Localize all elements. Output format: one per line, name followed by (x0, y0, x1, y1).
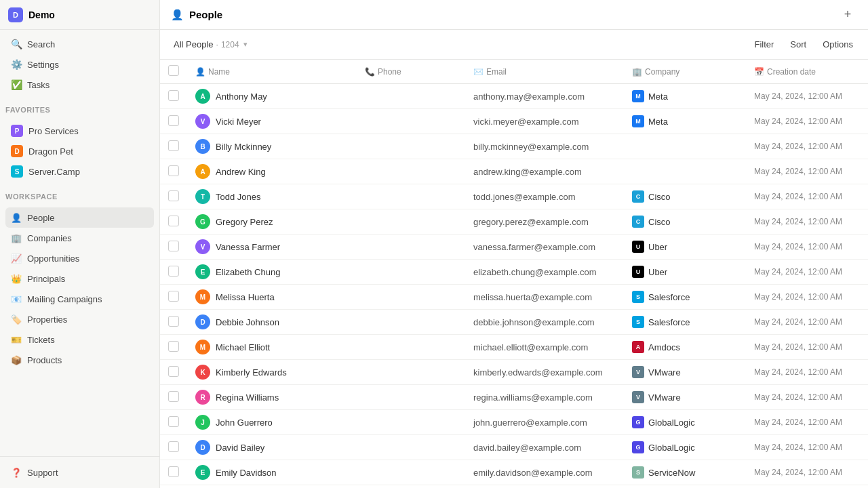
toolbar-actions: Filter Sort Options (747, 37, 860, 52)
company-name: VMware (648, 392, 681, 403)
company-cell: V VMware (624, 385, 746, 410)
avatar: G (195, 214, 210, 229)
workspace-tickets-label: Tickets (27, 335, 55, 345)
row-checkbox[interactable] (168, 115, 179, 126)
filter-button[interactable]: Filter (747, 37, 781, 52)
row-checkbox[interactable] (168, 190, 179, 201)
table-row[interactable]: M Michael Elliott michael.elliott@exampl… (160, 335, 868, 360)
row-checkbox[interactable] (168, 416, 179, 427)
sidebar-fav-server-camp[interactable]: S Server.Camp (5, 161, 154, 182)
row-checkbox[interactable] (168, 241, 179, 251)
row-checkbox[interactable] (168, 165, 179, 176)
table-row[interactable]: D Debbie Johnson debbie.johnson@example.… (160, 310, 868, 335)
company-name: GlobalLogic (648, 443, 695, 453)
person-name-cell: D Debbie Johnson (187, 310, 357, 335)
sidebar-item-opportunities[interactable]: 📈 Opportunities (5, 248, 154, 268)
table-row[interactable]: K Kimberly Edwards kimberly.edwards@exam… (160, 360, 868, 385)
workspace-companies-label: Companies (27, 233, 72, 243)
table-row[interactable]: T Todd Jones todd.jones@example.com C Ci… (160, 184, 868, 209)
row-checkbox[interactable] (168, 90, 179, 101)
company-cell-inner: V VMware (632, 391, 738, 403)
select-all-checkbox[interactable] (168, 65, 179, 76)
sidebar-item-search[interactable]: 🔍 Search (5, 34, 154, 54)
avatar: M (195, 340, 210, 354)
opportunities-icon: 📈 (11, 253, 22, 264)
table-row[interactable]: E Emily Davidson emily.davidson@example.… (160, 460, 868, 485)
phone-cell (357, 285, 465, 310)
sidebar-item-mailing-campaigns[interactable]: 📧 Mailing Campaigns (5, 289, 154, 309)
row-checkbox[interactable] (168, 216, 179, 226)
phone-cell (357, 184, 465, 209)
sidebar-item-support[interactable]: ❓ Support (5, 462, 154, 483)
row-checkbox[interactable] (168, 266, 179, 277)
table-row[interactable]: V Vicki Meyer vicki.meyer@example.com M … (160, 109, 868, 134)
sidebar-item-people[interactable]: 👤 People (5, 207, 154, 228)
company-cell-inner: S Salesforce (632, 291, 738, 303)
row-checkbox[interactable] (168, 316, 179, 327)
sidebar-item-tickets[interactable]: 🎫 Tickets (5, 329, 154, 350)
sidebar-item-settings[interactable]: ⚙️ Settings (5, 54, 154, 75)
all-people-filter[interactable]: All People · 1204 ▾ (168, 37, 253, 52)
company-logo: S (632, 291, 644, 303)
table-row[interactable]: A Andrew King andrew.king@example.comMay… (160, 159, 868, 184)
table-row[interactable]: E Elizabeth Chung elizabeth.chung@exampl… (160, 260, 868, 285)
workspace-principals-label: Principals (27, 274, 65, 284)
add-person-button[interactable]: + (838, 5, 857, 24)
phone-col-icon: 📞 (365, 67, 375, 77)
person-name: Michael Elliott (216, 342, 270, 352)
table-row[interactable]: J John Guerrero john.guerrero@example.co… (160, 410, 868, 435)
workspace-mailing-campaigns-label: Mailing Campaigns (27, 294, 102, 304)
sidebar-item-products[interactable]: 📦 Products (5, 350, 154, 370)
company-name: Meta (648, 117, 668, 127)
table-row[interactable]: B Billy Mckinney billy.mckinney@example.… (160, 134, 868, 159)
row-checkbox[interactable] (168, 341, 179, 352)
name-cell: A Andrew King (195, 164, 349, 179)
table-row[interactable]: R Regina Williams regina.williams@exampl… (160, 385, 868, 410)
app-name: Demo (28, 9, 55, 20)
sidebar-nav: 🔍 Search ⚙️ Settings ✅ Tasks (0, 30, 159, 99)
table-row[interactable]: V Vanessa Farmer vanessa.farmer@example.… (160, 235, 868, 260)
table-row[interactable]: M Michelle Jackson michelle.jackson@exam… (160, 485, 868, 489)
phone-cell (357, 209, 465, 235)
sidebar-fav-dragon-pet[interactable]: D Dragon Pet (5, 141, 154, 161)
row-checkbox[interactable] (168, 466, 179, 477)
sidebar-fav-pro-services[interactable]: P Pro Services (5, 121, 154, 141)
company-name: ServiceNow (648, 468, 695, 478)
person-name-cell: E Emily Davidson (187, 460, 357, 485)
row-checkbox[interactable] (168, 366, 179, 377)
sidebar-item-companies[interactable]: 🏢 Companies (5, 228, 154, 248)
sidebar-item-tasks[interactable]: ✅ Tasks (5, 75, 154, 95)
row-checkbox[interactable] (168, 291, 179, 302)
person-name: Andrew King (216, 167, 266, 177)
table-row[interactable]: A Anthony May anthony.may@example.com M … (160, 84, 868, 109)
options-button[interactable]: Options (816, 37, 860, 52)
creation-date-cell: May 24, 2024, 12:00 AM (746, 235, 868, 260)
table-row[interactable]: M Melissa Huerta melissa.huerta@example.… (160, 285, 868, 310)
table-row[interactable]: D David Bailey david.bailey@example.com … (160, 435, 868, 460)
principals-icon: 👑 (11, 274, 22, 284)
row-checkbox[interactable] (168, 391, 179, 402)
sort-button[interactable]: Sort (783, 37, 813, 52)
company-logo: C (632, 190, 644, 203)
select-all-header[interactable] (160, 60, 187, 84)
person-name: Gregory Perez (216, 217, 273, 227)
sidebar-item-properties[interactable]: 🏷️ Properties (5, 309, 154, 329)
email-cell: elizabeth.chung@example.com (465, 260, 624, 285)
company-logo: V (632, 391, 644, 403)
sidebar-item-principals[interactable]: 👑 Principals (5, 268, 154, 289)
person-name: Regina Williams (216, 392, 279, 403)
phone-cell (357, 134, 465, 159)
creation-date-cell: May 24, 2024, 12:00 AM (746, 134, 868, 159)
row-checkbox[interactable] (168, 140, 179, 151)
avatar: D (195, 314, 210, 329)
creation-date-cell: May 24, 2024, 12:00 AM (746, 260, 868, 285)
date-column-header: 📅Creation date (746, 60, 868, 84)
email-col-icon: ✉️ (473, 67, 484, 77)
row-checkbox-cell (160, 184, 187, 209)
email-cell: vanessa.farmer@example.com (465, 235, 624, 260)
all-people-label: All People (174, 39, 214, 49)
row-checkbox[interactable] (168, 441, 179, 452)
table-row[interactable]: G Gregory Perez gregory.perez@example.co… (160, 209, 868, 235)
company-name: GlobalLogic (648, 418, 695, 428)
company-cell: G GlobalLogic (624, 410, 746, 435)
